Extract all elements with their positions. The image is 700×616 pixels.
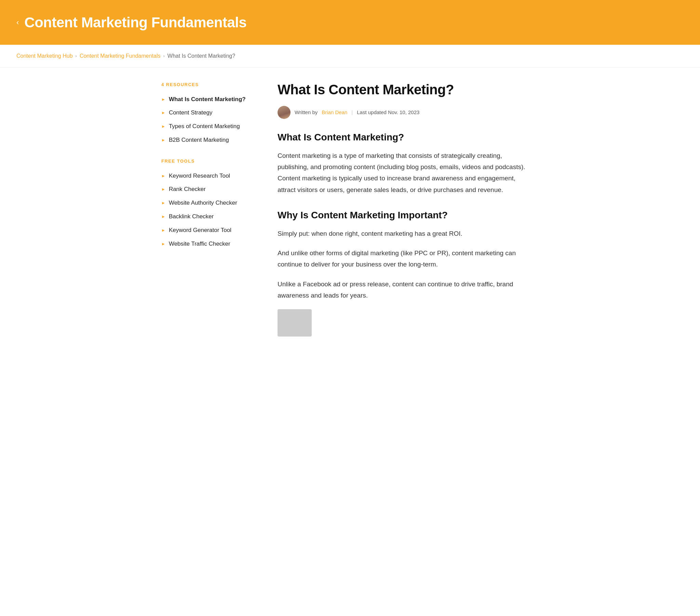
breadcrumb-separator-2: › — [163, 53, 164, 60]
last-updated: Last updated Nov. 10, 2023 — [357, 108, 420, 116]
author-name-link[interactable]: Brian Dean — [322, 108, 347, 116]
back-icon[interactable]: ‹ — [16, 19, 19, 26]
section-heading-2: Why Is Content Marketing Important? — [277, 209, 534, 221]
author-prefix: Written by — [295, 108, 317, 116]
sidebar-item-label-6: Rank Checker — [169, 185, 206, 193]
sidebar-item-label-3: Types of Content Marketing — [169, 122, 240, 130]
main-content: What Is Content Marketing? Written by Br… — [277, 81, 534, 337]
bullet-icon-6: ► — [161, 187, 165, 192]
sidebar-tools-list: ► Keyword Research Tool ► Rank Checker ►… — [161, 172, 257, 248]
breadcrumb-link-fundamentals[interactable]: Content Marketing Fundamentals — [80, 52, 161, 61]
author-separator: | — [351, 108, 353, 116]
avatar — [277, 106, 290, 119]
sidebar-item-authority-checker[interactable]: ► Website Authority Checker — [161, 199, 257, 207]
breadcrumb-separator-1: › — [76, 53, 77, 60]
breadcrumb: Content Marketing Hub › Content Marketin… — [0, 45, 700, 68]
sidebar-item-keyword-research[interactable]: ► Keyword Research Tool — [161, 172, 257, 180]
sidebar-item-label-5: Keyword Research Tool — [169, 172, 230, 180]
section-paragraph-4: Unlike a Facebook ad or press release, c… — [277, 278, 534, 301]
main-layout: 4 Resources ► What Is Content Marketing?… — [145, 68, 555, 350]
sidebar-item-label-10: Website Traffic Checker — [169, 240, 230, 248]
bullet-icon-5: ► — [161, 173, 165, 179]
sidebar: 4 Resources ► What Is Content Marketing?… — [161, 81, 257, 337]
sidebar-resources-list: ► What Is Content Marketing? ► Content S… — [161, 95, 257, 144]
sidebar-item-types-content[interactable]: ► Types of Content Marketing — [161, 122, 257, 130]
sidebar-tools-title: Free Tools — [161, 158, 257, 165]
sidebar-resources-title: 4 Resources — [161, 81, 257, 88]
sidebar-item-label-1: What Is Content Marketing? — [169, 95, 246, 103]
sidebar-item-label-8: Backlink Checker — [169, 213, 214, 221]
sidebar-item-label-7: Website Authority Checker — [169, 199, 237, 207]
sidebar-item-label-4: B2B Content Marketing — [169, 136, 229, 144]
sidebar-item-what-is-content[interactable]: ► What Is Content Marketing? — [161, 95, 257, 103]
page-header: ‹ Content Marketing Fundamentals — [0, 0, 700, 45]
breadcrumb-link-hub[interactable]: Content Marketing Hub — [16, 52, 73, 61]
section-heading-1: What Is Content Marketing? — [277, 131, 534, 143]
sidebar-item-content-strategy[interactable]: ► Content Strategy — [161, 109, 257, 117]
sidebar-item-label-2: Content Strategy — [169, 109, 213, 117]
section-paragraph-2: Simply put: when done right, content mar… — [277, 228, 534, 239]
sidebar-item-traffic-checker[interactable]: ► Website Traffic Checker — [161, 240, 257, 248]
sidebar-item-keyword-generator[interactable]: ► Keyword Generator Tool — [161, 226, 257, 234]
sidebar-item-label-9: Keyword Generator Tool — [169, 226, 232, 234]
sidebar-item-backlink-checker[interactable]: ► Backlink Checker — [161, 213, 257, 221]
bullet-icon-9: ► — [161, 228, 165, 233]
bullet-icon-1: ► — [161, 97, 165, 102]
section-paragraph-3: And unlike other forms of digital market… — [277, 247, 534, 270]
sidebar-item-rank-checker[interactable]: ► Rank Checker — [161, 185, 257, 193]
bullet-icon-7: ► — [161, 200, 165, 206]
bullet-icon-3: ► — [161, 124, 165, 129]
bullet-icon-2: ► — [161, 110, 165, 116]
sidebar-item-b2b-content[interactable]: ► B2B Content Marketing — [161, 136, 257, 144]
avatar-image — [277, 106, 290, 119]
bullet-icon-10: ► — [161, 241, 165, 247]
section-paragraph-1: Content marketing is a type of marketing… — [277, 150, 534, 196]
breadcrumb-current: What Is Content Marketing? — [167, 52, 235, 61]
bullet-icon-8: ► — [161, 214, 165, 220]
header-title: Content Marketing Fundamentals — [24, 11, 247, 34]
bullet-icon-4: ► — [161, 137, 165, 143]
article-title: What Is Content Marketing? — [277, 81, 534, 98]
content-image-placeholder — [277, 309, 312, 337]
author-line: Written by Brian Dean | Last updated Nov… — [277, 106, 534, 119]
